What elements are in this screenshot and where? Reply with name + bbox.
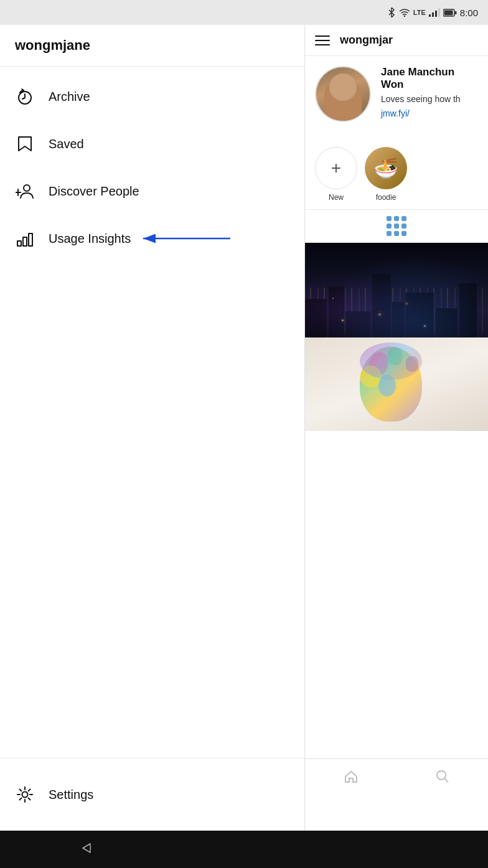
svg-rect-4 [438, 8, 440, 17]
lte-label: LTE [413, 9, 426, 16]
back-button[interactable] [79, 841, 93, 857]
sidebar-footer: Settings [0, 758, 304, 831]
svg-rect-12 [17, 241, 21, 246]
photo-cell-art[interactable] [305, 337, 488, 431]
sidebar-menu: Archive Saved [0, 67, 304, 758]
grid-dot [387, 231, 392, 236]
saved-icon [15, 134, 35, 154]
city-light [424, 325, 426, 327]
profile-top: Jane Manchun Won Loves seeing how th jmw… [315, 66, 478, 122]
art-splotch [386, 346, 405, 367]
grid-view-icon[interactable] [387, 216, 406, 236]
svg-point-18 [437, 771, 446, 780]
search-nav-button[interactable] [434, 768, 451, 785]
saved-label: Saved [49, 137, 84, 151]
signal-icon [429, 8, 440, 17]
grid-dot [394, 231, 399, 236]
sidebar-item-insights[interactable]: Usage Insights [0, 215, 304, 262]
android-nav-bar [0, 831, 488, 868]
grid-dot [401, 231, 406, 236]
svg-rect-7 [454, 11, 456, 14]
hamburger-line [315, 44, 330, 45]
profile-header: wongmjar [305, 25, 488, 56]
profile-link[interactable]: jmw.fyi/ [381, 108, 478, 118]
grid-dot [394, 216, 399, 221]
insights-label: Usage Insights [49, 232, 131, 246]
battery-icon [443, 9, 457, 17]
svg-point-9 [24, 185, 30, 191]
svg-rect-2 [432, 12, 434, 17]
svg-point-0 [404, 16, 405, 17]
profile-name: Jane Manchun Won [381, 66, 478, 91]
avatar-image [316, 67, 370, 121]
svg-point-17 [22, 792, 28, 798]
svg-rect-1 [429, 14, 431, 17]
city-light [406, 303, 408, 304]
sidebar-item-saved[interactable]: Saved [0, 120, 304, 167]
svg-rect-13 [23, 237, 27, 246]
story-new-label: New [329, 193, 344, 202]
svg-rect-14 [29, 234, 32, 246]
svg-rect-6 [444, 10, 453, 15]
archive-label: Archive [49, 90, 90, 104]
city-light [332, 298, 334, 299]
art-splotch [365, 349, 392, 379]
profile-bio: Loves seeing how th [381, 93, 478, 106]
discover-icon [15, 181, 35, 201]
profile-name-section: Jane Manchun Won Loves seeing how th jmw… [381, 66, 478, 118]
sidebar-username: wongmjane [15, 37, 90, 53]
bottom-nav [305, 758, 488, 793]
city-light [378, 313, 381, 316]
main-screen: wongmjane Archive [0, 25, 488, 831]
hamburger-menu-button[interactable] [315, 35, 330, 45]
grid-dot [387, 216, 392, 221]
profile-panel: wongmjar Jane Manchun Won Loves seeing h… [305, 25, 488, 831]
svg-rect-3 [435, 11, 437, 17]
profile-info: Jane Manchun Won Loves seeing how th jmw… [305, 56, 488, 139]
stories-row: + New foodie [305, 139, 488, 210]
story-foodie-circle[interactable] [365, 147, 407, 189]
sidebar-drawer: wongmjane Archive [0, 25, 305, 831]
story-new-circle[interactable]: + [315, 147, 357, 189]
avatar [315, 66, 371, 122]
archive-icon [15, 87, 35, 106]
status-icons: LTE 8:00 [387, 7, 478, 18]
art-splotch [406, 356, 418, 372]
status-time: 8:00 [460, 7, 478, 18]
grid-dot [401, 224, 406, 229]
hamburger-line [315, 35, 330, 37]
story-foodie[interactable]: foodie [365, 147, 407, 202]
city-light [342, 319, 344, 321]
sidebar-item-settings[interactable]: Settings [15, 771, 289, 818]
home-nav-button[interactable] [342, 768, 360, 785]
status-bar: LTE 8:00 [0, 0, 488, 25]
art-image [305, 337, 488, 431]
settings-icon [15, 785, 35, 804]
svg-line-19 [444, 778, 448, 782]
art-splotch [378, 375, 396, 397]
hamburger-line [315, 40, 330, 41]
svg-marker-20 [83, 844, 90, 852]
wifi-icon [399, 8, 410, 17]
photo-grid [305, 243, 488, 831]
story-foodie-label: foodie [376, 193, 396, 202]
grid-tabs [305, 210, 488, 243]
grid-dot [401, 216, 406, 221]
grid-dot [394, 224, 399, 229]
insights-icon [15, 229, 35, 248]
sidebar-item-discover[interactable]: Discover People [0, 167, 304, 215]
story-new[interactable]: + New [315, 147, 357, 202]
settings-label: Settings [49, 788, 93, 802]
discover-label: Discover People [49, 184, 139, 199]
sidebar-item-archive[interactable]: Archive [0, 73, 304, 120]
header-username: wongmjar [340, 34, 393, 47]
bluetooth-icon [387, 7, 396, 17]
sidebar-header: wongmjane [0, 25, 304, 67]
grid-dot [387, 224, 392, 229]
annotation-arrow [137, 223, 237, 254]
